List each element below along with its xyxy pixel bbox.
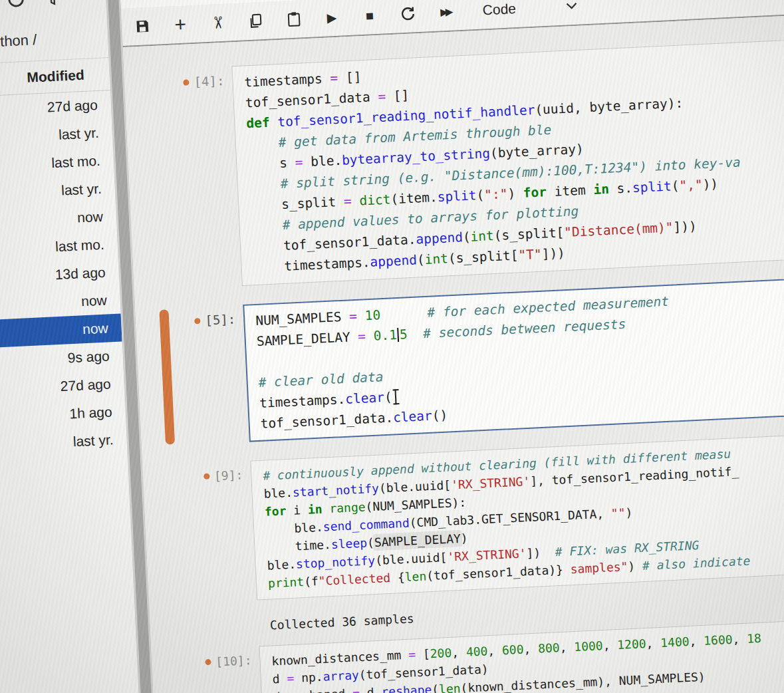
execution-count: [4]: <box>194 73 225 89</box>
code-token: 10 <box>364 307 381 323</box>
kernel-busy-dot <box>205 659 211 665</box>
copy-cells-button[interactable] <box>245 9 267 33</box>
code-token: append <box>416 229 463 247</box>
code-token: ) <box>507 186 524 202</box>
code-token: ])) <box>673 219 697 235</box>
kernel-busy-dot <box>203 474 209 480</box>
code-token: (ble.uuid[ <box>375 550 448 567</box>
code-token: "Collected <box>318 570 398 588</box>
code-token: s. <box>608 180 632 197</box>
code-token: ]) <box>526 545 555 560</box>
code-token: split <box>632 178 672 196</box>
save-button[interactable] <box>132 15 154 38</box>
code-token: # clear old data <box>258 369 384 390</box>
code-token: d. <box>359 685 381 693</box>
code-token: int <box>470 228 494 245</box>
code-token: (ble.uuid[ <box>378 478 451 495</box>
code-token: [ <box>416 646 431 661</box>
notebook-scroll-area[interactable]: [4]: timestamps = []tof_sensor1_data = [… <box>123 9 784 693</box>
cell-type-value: Code <box>482 1 516 18</box>
restart-run-all-button[interactable]: ▶▶ <box>435 0 456 23</box>
code-token: def <box>246 115 270 132</box>
restart-icon <box>399 5 416 22</box>
plus-icon: + <box>174 14 187 35</box>
code-editor[interactable]: timestamps = []tof_sensor1_data = []def … <box>231 33 784 286</box>
modified-time: 13d ago <box>55 265 106 283</box>
restart-kernel-button[interactable] <box>397 2 418 25</box>
modified-time: last yr. <box>61 181 102 199</box>
code-token: timestamps. <box>259 392 346 411</box>
code-token: [] <box>338 69 362 86</box>
paste-cells-button[interactable] <box>283 7 305 31</box>
notebook-cell: [9]: # continuously append without clear… <box>162 428 784 605</box>
file-list: 27d ago last yr. last mo. last yr. now l… <box>0 90 128 463</box>
modified-time: last mo. <box>51 153 101 171</box>
file-browser-header: thon / <box>0 0 109 68</box>
code-token: dict <box>359 192 391 208</box>
code-token: (item. <box>390 190 438 207</box>
code-token: start_notify <box>292 482 379 499</box>
notebook-cell: [10]: known_distances_mm = [200, 400, 60… <box>172 613 784 693</box>
modified-time: 1h ago <box>69 404 112 422</box>
run-cell-button[interactable]: ▶ <box>321 5 342 29</box>
code-token: send_command <box>323 515 410 533</box>
code-token: = <box>343 194 352 209</box>
code-token: (uuid, byte_array): <box>535 95 684 117</box>
code-editor[interactable]: NUM_SAMPLES = 10 # for each expected mea… <box>243 271 784 442</box>
fast-forward-icon: ▶▶ <box>440 6 451 19</box>
file-list-item[interactable]: last yr. <box>0 425 128 463</box>
chevron-down-icon <box>565 0 579 15</box>
code-token: np. <box>294 670 323 685</box>
refresh-icon[interactable] <box>5 0 25 10</box>
insert-cell-button[interactable]: + <box>170 13 191 36</box>
code-content: known_distances_mm = [200, 400, 600, 800… <box>271 619 784 693</box>
ibeam-cursor <box>392 389 400 404</box>
code-token: "T" <box>518 247 542 263</box>
code-token: "Distance(mm)" <box>564 219 674 240</box>
breadcrumb[interactable]: thon / <box>0 31 37 51</box>
cut-cells-button[interactable]: ✂ <box>207 12 230 33</box>
modified-time: now <box>82 321 109 338</box>
code-token: s <box>248 155 295 172</box>
filter-icon[interactable] <box>43 0 64 10</box>
code-token: ( <box>384 390 392 406</box>
cell-prompt: [4]: <box>144 66 241 290</box>
code-token: SAMPLE_DELAY <box>256 329 358 349</box>
code-token: i <box>286 503 308 518</box>
interrupt-kernel-button[interactable]: ■ <box>359 4 380 27</box>
code-content: NUM_SAMPLES = 10 # for each expected mea… <box>255 278 784 434</box>
code-token: (s_split[ <box>448 247 519 266</box>
execution-count: [9]: <box>213 468 243 483</box>
code-token: clear <box>393 408 433 426</box>
code-token: 1600 <box>704 632 733 648</box>
code-token: stop_notify <box>296 553 376 571</box>
modified-time: now <box>77 209 104 226</box>
code-token: s_split <box>250 194 344 214</box>
modified-time: 27d ago <box>47 97 98 116</box>
code-token: for <box>264 503 286 519</box>
code-token: ) <box>460 531 468 545</box>
cell-type-selector[interactable]: Code <box>482 0 579 18</box>
scissors-icon: ✂ <box>208 15 228 30</box>
code-token: ( <box>367 535 375 549</box>
paste-icon <box>286 11 303 27</box>
code-token: 1200 <box>617 636 646 652</box>
code-token: timestamps <box>244 70 330 90</box>
code-token: ble. <box>265 520 324 537</box>
code-token: , <box>689 634 704 648</box>
code-token: , <box>646 636 661 650</box>
code-token: in <box>307 502 323 517</box>
code-token: 1400 <box>660 634 690 650</box>
code-editor[interactable]: # continuously append without clearing (… <box>250 428 784 601</box>
execution-count: [5]: <box>205 311 236 327</box>
modified-time: last yr. <box>59 125 100 143</box>
code-token: (s_split[ <box>493 225 565 243</box>
notebook-panel: + ✂ ▶ ■ ▶ <box>120 0 784 693</box>
code-token: array <box>323 668 359 684</box>
execution-count: [10]: <box>215 653 252 669</box>
code-token: d_reshaped <box>273 686 353 693</box>
code-token: = <box>349 309 358 325</box>
stop-icon: ■ <box>365 8 374 24</box>
copy-icon <box>248 13 265 29</box>
code-token: # also indicate <box>642 553 750 573</box>
